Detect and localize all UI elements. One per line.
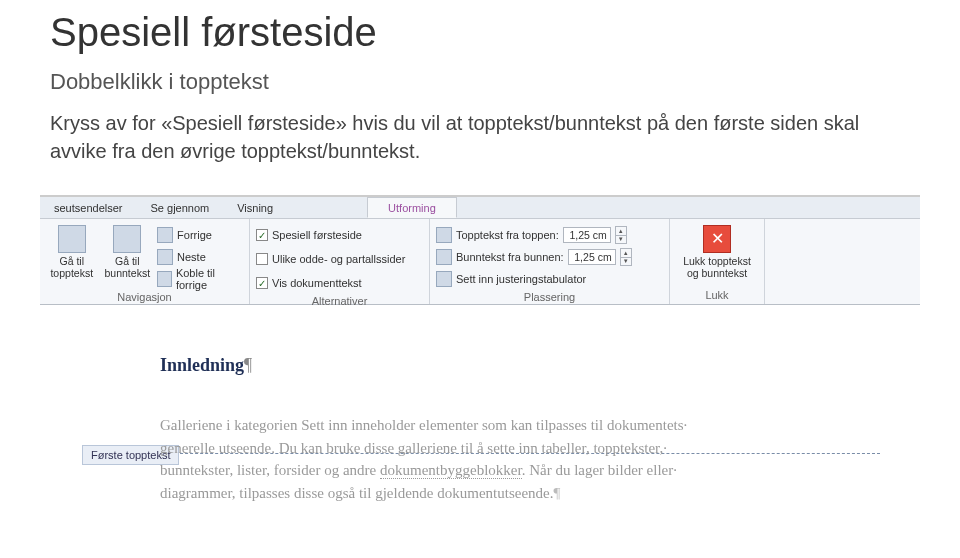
goto-bunntekst-label: Gå til bunntekst bbox=[102, 256, 154, 279]
sett-inn-tabulator-button[interactable]: Sett inn justeringstabulator bbox=[436, 269, 632, 289]
spesiell-label: Spesiell førsteside bbox=[272, 229, 362, 241]
tab-seutsendelser[interactable]: seutsendelser bbox=[40, 197, 137, 218]
ulike-odde-checkbox[interactable]: Ulike odde- og partallssider bbox=[256, 249, 405, 269]
bunntekst-fra-bunnen-row: Bunntekst fra bunnen: 1,25 cm ▲▼ bbox=[436, 247, 632, 267]
slide-subtitle: Dobbelklikk i topptekst bbox=[50, 69, 910, 95]
tab-visning[interactable]: Visning bbox=[223, 197, 287, 218]
link-icon bbox=[157, 271, 172, 287]
body-line-4: diagrammer, tilpasses disse også til gje… bbox=[160, 485, 553, 501]
close-icon: ✕ bbox=[703, 225, 731, 253]
visdok-label: Vis dokumenttekst bbox=[272, 277, 362, 289]
goto-topptekst-button[interactable]: Gå til topptekst bbox=[46, 223, 98, 289]
goto-topptekst-label: Gå til topptekst bbox=[46, 256, 98, 279]
bunn-value[interactable]: 1,25 cm bbox=[568, 249, 616, 265]
body-line-2: generelle utseende. Du kan bruke disse g… bbox=[160, 440, 663, 456]
body-line-3a: bunntekster, lister, forsider og andre bbox=[160, 462, 380, 478]
lukk-label-1: Lukk topptekst bbox=[683, 256, 751, 268]
checkbox-checked-icon-2: ✓ bbox=[256, 277, 268, 289]
spesiell-forsteside-checkbox[interactable]: ✓ Spesiell førsteside bbox=[256, 225, 405, 245]
footer-distance-icon bbox=[436, 249, 452, 265]
document-heading[interactable]: Innledning¶ bbox=[160, 355, 880, 376]
sett-inn-label: Sett inn justeringstabulator bbox=[456, 273, 586, 285]
neste-button[interactable]: Neste bbox=[157, 247, 243, 267]
document-header-icon bbox=[58, 225, 86, 253]
pilcrow-icon: ¶ bbox=[244, 355, 252, 375]
body-line-3c: . Når du lager bilder eller bbox=[522, 462, 674, 478]
next-icon bbox=[157, 249, 173, 265]
vis-dokumenttekst-checkbox[interactable]: ✓ Vis dokumenttekst bbox=[256, 273, 405, 293]
group-lukk-label: Lukk bbox=[676, 287, 758, 304]
heading-text: Innledning bbox=[160, 355, 244, 375]
group-navigasjon: Gå til topptekst Gå til bunntekst Forrig… bbox=[40, 219, 250, 304]
checkbox-checked-icon: ✓ bbox=[256, 229, 268, 241]
document-footer-icon bbox=[113, 225, 141, 253]
goto-bunntekst-button[interactable]: Gå til bunntekst bbox=[102, 223, 154, 289]
topptekst-fra-toppen-row: Topptekst fra toppen: 1,25 cm ▲▼ bbox=[436, 225, 632, 245]
slide-body: Kryss av for «Spesiell førsteside» hvis … bbox=[50, 109, 910, 165]
group-lukk: ✕ Lukk topptekst og bunntekst Lukk bbox=[670, 219, 765, 304]
neste-label: Neste bbox=[177, 251, 206, 263]
forrige-button[interactable]: Forrige bbox=[157, 225, 243, 245]
group-navigasjon-label: Navigasjon bbox=[46, 289, 243, 306]
tab-segjennom[interactable]: Se gjennom bbox=[137, 197, 224, 218]
bunn-label: Bunntekst fra bunnen: bbox=[456, 251, 564, 263]
ulike-label: Ulike odde- og partallssider bbox=[272, 253, 405, 265]
topp-value[interactable]: 1,25 cm bbox=[563, 227, 611, 243]
lukk-label-2: og bunntekst bbox=[687, 268, 747, 280]
previous-icon bbox=[157, 227, 173, 243]
chevron-down-icon: ▼ bbox=[616, 236, 626, 244]
header-distance-icon bbox=[436, 227, 452, 243]
checkbox-unchecked-icon bbox=[256, 253, 268, 265]
lukk-topptekst-button[interactable]: ✕ Lukk topptekst og bunntekst bbox=[676, 223, 758, 287]
topp-label: Topptekst fra toppen: bbox=[456, 229, 559, 241]
word-ribbon-screenshot: seutsendelser Se gjennom Visning Utformi… bbox=[40, 195, 920, 524]
bunn-spinner[interactable]: ▲▼ bbox=[620, 248, 632, 266]
tab-icon bbox=[436, 271, 452, 287]
document-body-text: Galleriene i kategorien Sett inn innehol… bbox=[160, 414, 880, 504]
document-editing-area[interactable]: Innledning¶ Første topptekst Galleriene … bbox=[40, 305, 920, 524]
forrige-label: Forrige bbox=[177, 229, 212, 241]
topp-spinner[interactable]: ▲▼ bbox=[615, 226, 627, 244]
pilcrow-icon-2: ¶ bbox=[553, 485, 560, 501]
tab-utforming[interactable]: Utforming bbox=[367, 197, 457, 218]
chevron-up-icon-2: ▲ bbox=[621, 249, 631, 258]
ribbon-tabs: seutsendelser Se gjennom Visning Utformi… bbox=[40, 197, 920, 219]
body-line-3b: dokumentbyggeblokker bbox=[380, 462, 522, 479]
tab-spacer bbox=[287, 197, 367, 218]
koble-label: Koble til forrige bbox=[176, 267, 243, 291]
chevron-up-icon: ▲ bbox=[616, 227, 626, 236]
group-alternativer: ✓ Spesiell førsteside Ulike odde- og par… bbox=[250, 219, 430, 304]
group-plassering: Topptekst fra toppen: 1,25 cm ▲▼ Bunntek… bbox=[430, 219, 670, 304]
chevron-down-icon-2: ▼ bbox=[621, 258, 631, 266]
koble-button[interactable]: Koble til forrige bbox=[157, 269, 243, 289]
body-line-1: Galleriene i kategorien Sett inn innehol… bbox=[160, 417, 684, 433]
slide-title: Spesiell førsteside bbox=[50, 10, 910, 55]
group-plassering-label: Plassering bbox=[436, 289, 663, 306]
ribbon: Gå til topptekst Gå til bunntekst Forrig… bbox=[40, 219, 920, 305]
